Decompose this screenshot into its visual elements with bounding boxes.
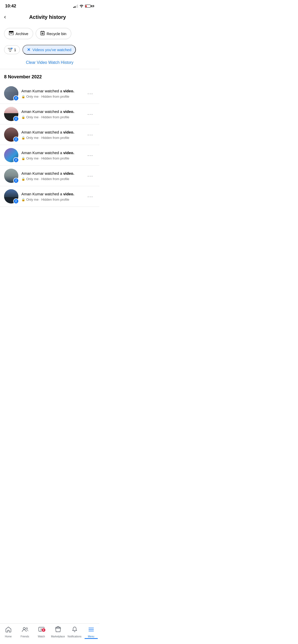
- lock-icon: 🔒: [21, 177, 25, 181]
- status-icons: 19: [73, 4, 94, 8]
- lock-icon: 🔒: [21, 157, 25, 160]
- date-header: 8 November 2022: [0, 73, 99, 83]
- facebook-badge: f: [13, 95, 19, 101]
- battery-icon: 19: [85, 5, 94, 8]
- activity-info: Aman Kumar watched a video. 🔒 Only me · …: [21, 171, 82, 181]
- svg-rect-1: [9, 32, 13, 35]
- activity-meta: 🔒 Only me · Hidden from profile: [21, 198, 82, 201]
- archive-icon: [9, 31, 13, 36]
- facebook-badge: f: [13, 178, 19, 183]
- avatar-container: f: [4, 148, 18, 162]
- svg-rect-0: [9, 31, 13, 32]
- activity-text: Aman Kumar watched a video.: [21, 109, 82, 114]
- activity-info: Aman Kumar watched a video. 🔒 Only me · …: [21, 150, 82, 160]
- activity-text: Aman Kumar watched a video.: [21, 191, 82, 197]
- svg-rect-2: [10, 33, 12, 34]
- activity-info: Aman Kumar watched a video. 🔒 Only me · …: [21, 109, 82, 119]
- facebook-badge: f: [13, 137, 19, 142]
- avatar-container: f: [4, 127, 18, 142]
- signal-icon: [73, 4, 78, 8]
- archive-label: Archive: [16, 32, 28, 36]
- activity-info: Aman Kumar watched a video. 🔒 Only me · …: [21, 88, 82, 98]
- activity-text: Aman Kumar watched a video.: [21, 171, 82, 176]
- wifi-icon: [79, 4, 84, 8]
- recycle-bin-label: Recycle bin: [47, 32, 66, 36]
- filter-count-label: 1: [14, 48, 16, 52]
- lock-icon: 🔒: [21, 95, 25, 98]
- activity-text: Aman Kumar watched a video.: [21, 150, 82, 155]
- activity-item: f Aman Kumar watched a video. 🔒 Only me …: [0, 145, 99, 166]
- activity-item: f Aman Kumar watched a video. 🔒 Only me …: [0, 166, 99, 186]
- lock-icon: 🔒: [21, 136, 25, 140]
- status-bar: 10:42 19: [0, 0, 99, 10]
- page-title: Activity history: [8, 14, 87, 20]
- avatar-container: f: [4, 169, 18, 183]
- lock-icon: 🔒: [21, 115, 25, 119]
- activity-meta: 🔒 Only me · Hidden from profile: [21, 156, 82, 160]
- activity-item: f Aman Kumar watched a video. 🔒 Only me …: [0, 124, 99, 145]
- recycle-bin-chip[interactable]: Recycle bin: [36, 28, 71, 39]
- facebook-badge: f: [13, 198, 19, 204]
- more-options-button[interactable]: ···: [85, 110, 95, 118]
- avatar-container: f: [4, 86, 18, 100]
- back-button[interactable]: ‹: [4, 13, 8, 21]
- status-time: 10:42: [5, 4, 16, 9]
- more-options-button[interactable]: ···: [85, 131, 95, 139]
- filter-count-button[interactable]: 1 1: [4, 45, 20, 54]
- close-icon: ✕: [27, 47, 30, 52]
- more-options-button[interactable]: ···: [85, 172, 95, 180]
- avatar-container: f: [4, 107, 18, 121]
- lock-icon: 🔒: [21, 198, 25, 201]
- facebook-badge: f: [13, 116, 19, 122]
- divider: [0, 69, 99, 69]
- clear-video-history-button[interactable]: Clear Video Watch History: [26, 60, 74, 65]
- activity-text: Aman Kumar watched a video.: [21, 129, 82, 135]
- trash-icon: [40, 31, 45, 36]
- activity-meta: 🔒 Only me · Hidden from profile: [21, 177, 82, 181]
- activity-info: Aman Kumar watched a video. 🔒 Only me · …: [21, 191, 82, 201]
- activity-text: Aman Kumar watched a video.: [21, 88, 82, 94]
- activity-list: f Aman Kumar watched a video. 🔒 Only me …: [0, 83, 99, 207]
- more-options-button[interactable]: ···: [85, 193, 95, 200]
- activity-item: f Aman Kumar watched a video. 🔒 Only me …: [0, 186, 99, 207]
- activity-meta: 🔒 Only me · Hidden from profile: [21, 95, 82, 98]
- more-options-button[interactable]: ···: [85, 151, 95, 159]
- active-chip-label: Videos you've watched: [32, 48, 71, 52]
- clear-button-container: Clear Video Watch History: [0, 57, 99, 69]
- facebook-badge: f: [13, 157, 19, 163]
- avatar-container: f: [4, 189, 18, 203]
- activity-meta: 🔒 Only me · Hidden from profile: [21, 115, 82, 119]
- filter-chips-row: Archive Recycle bin: [0, 25, 99, 42]
- activity-info: Aman Kumar watched a video. 🔒 Only me · …: [21, 129, 82, 140]
- activity-item: f Aman Kumar watched a video. 🔒 Only me …: [0, 83, 99, 104]
- more-options-button[interactable]: ···: [85, 90, 95, 97]
- header: ‹ Activity history: [0, 10, 99, 25]
- active-filter-row: 1 1 ✕ Videos you've watched: [0, 42, 99, 57]
- activity-item: f Aman Kumar watched a video. 🔒 Only me …: [0, 104, 99, 124]
- activity-meta: 🔒 Only me · Hidden from profile: [21, 136, 82, 140]
- archive-chip[interactable]: Archive: [4, 28, 33, 39]
- videos-watched-chip[interactable]: ✕ Videos you've watched: [22, 45, 76, 55]
